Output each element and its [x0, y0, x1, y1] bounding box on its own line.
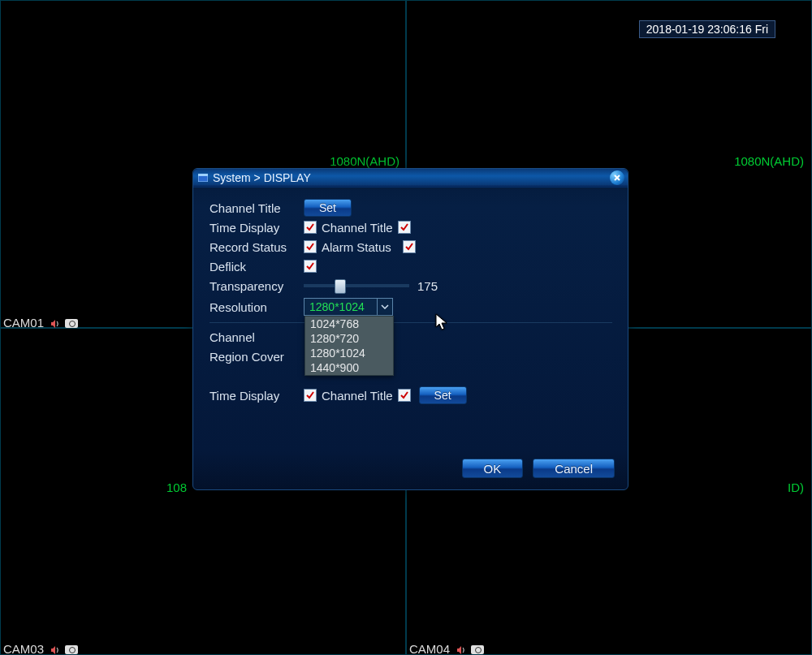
time-display-label: Time Display: [209, 221, 304, 235]
camera-label-tl: CAM01: [3, 316, 78, 330]
resolution-select[interactable]: 1280*1024 1024*768 1280*720 1280*1024 14…: [304, 298, 393, 316]
chevron-down-icon[interactable]: [377, 299, 392, 315]
dialog-titlebar[interactable]: System > DISPLAY: [193, 169, 628, 187]
speaker-icon: [50, 319, 60, 329]
resolution-label: Resolution: [209, 300, 304, 314]
speaker-icon: [456, 645, 466, 655]
camera-label-bl: CAM03: [3, 642, 78, 655]
deflick-label: Deflick: [209, 260, 304, 274]
timestamp-display: 2018-01-19 23:06:16 Fri: [639, 20, 775, 38]
transparency-value: 175: [417, 279, 438, 293]
nvr-screen: 2018-01-19 23:06:16 Fri 1080N(AHD) 1080N…: [0, 0, 812, 655]
channel-title-checkbox[interactable]: [398, 221, 411, 234]
divider: [209, 322, 612, 323]
region-cover-label: Region Cover: [209, 350, 304, 364]
camera-name: CAM01: [3, 316, 44, 330]
camera-name: CAM03: [3, 642, 44, 655]
region-set-button[interactable]: Set: [419, 386, 467, 404]
resolution-label-tl: 1080N(AHD): [330, 154, 400, 168]
channel-title-set-button[interactable]: Set: [304, 199, 352, 217]
transparency-slider[interactable]: [304, 284, 409, 287]
close-button[interactable]: [610, 170, 624, 185]
camera-icon: [65, 319, 78, 328]
record-status-checkbox[interactable]: [304, 240, 317, 253]
record-status-label: Record Status: [209, 240, 304, 254]
transparency-label: Transparency: [209, 279, 304, 293]
camera-icon: [471, 645, 484, 654]
resolution-option[interactable]: 1440*900: [305, 360, 393, 375]
resolution-option[interactable]: 1024*768: [305, 317, 393, 331]
deflick-checkbox[interactable]: [304, 260, 317, 273]
resolution-option[interactable]: 1280*720: [305, 331, 393, 346]
resolution-label-tr: 1080N(AHD): [734, 154, 804, 168]
resolution-dropdown: 1024*768 1280*720 1280*1024 1440*900: [304, 316, 394, 376]
channel-title-label-3: Channel Title: [322, 389, 393, 403]
ok-button[interactable]: OK: [462, 459, 524, 478]
time-display-label-2: Time Display: [209, 389, 304, 403]
camera-icon: [65, 645, 78, 654]
time-display-checkbox-2[interactable]: [304, 389, 317, 402]
alarm-status-checkbox[interactable]: [403, 240, 416, 253]
channel-label: Channel: [209, 330, 304, 344]
svg-rect-1: [198, 174, 208, 176]
resolution-option[interactable]: 1280*1024: [305, 346, 393, 360]
dialog-button-row: OK Cancel: [462, 459, 615, 478]
channel-title-label: Channel Title: [209, 201, 304, 215]
resolution-label-bl: 108: [166, 480, 187, 494]
channel-title-checkbox-2[interactable]: [398, 389, 411, 402]
time-display-checkbox[interactable]: [304, 221, 317, 234]
resolution-label-br: ID): [788, 480, 804, 494]
camera-label-br: CAM04: [409, 642, 484, 655]
display-settings-dialog: System > DISPLAY Channel Title Set Time …: [192, 168, 628, 490]
dialog-body: Channel Title Set Time Display Channel T…: [193, 187, 628, 414]
dialog-title: System > DISPLAY: [213, 171, 311, 184]
resolution-select-value: 1280*1024: [304, 300, 377, 313]
speaker-icon: [50, 645, 60, 655]
cancel-button[interactable]: Cancel: [533, 459, 615, 478]
channel-title-label-2: Channel Title: [322, 221, 393, 235]
window-icon: [198, 174, 208, 182]
alarm-status-label: Alarm Status: [322, 240, 391, 254]
transparency-slider-thumb[interactable]: [335, 279, 346, 294]
camera-name: CAM04: [409, 642, 450, 655]
